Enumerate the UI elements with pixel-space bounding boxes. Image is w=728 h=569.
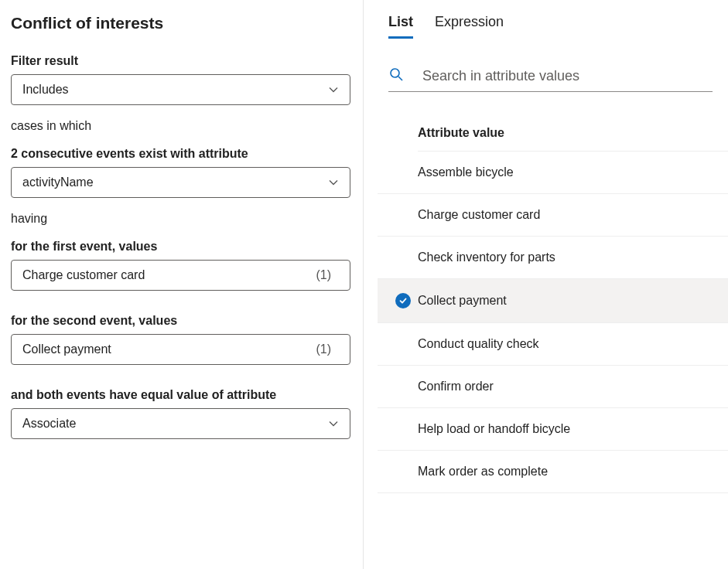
filter-result-value: Includes <box>22 83 69 97</box>
attribute-value: activityName <box>22 175 94 189</box>
svg-line-1 <box>398 77 402 80</box>
filter-panel: Conflict of interests Filter result Incl… <box>0 0 364 569</box>
second-event-value: Collect payment <box>22 342 111 356</box>
attribute-value-list: Assemble bicycleCharge customer cardChec… <box>364 152 728 493</box>
row-check-slot <box>388 293 418 308</box>
filter-result-label: Filter result <box>11 54 350 68</box>
tabs: List Expression <box>364 14 728 39</box>
first-event-count: (1) <box>316 268 331 281</box>
connector-cases-in-which: cases in which <box>11 119 350 133</box>
search-input[interactable] <box>422 68 713 84</box>
second-event-count: (1) <box>316 342 331 356</box>
chevron-down-icon <box>328 84 339 95</box>
first-event-value: Charge customer card <box>22 268 145 282</box>
attribute-value-label: Mark order as complete <box>418 465 548 479</box>
attribute-value-row[interactable]: Conduct quality check <box>378 323 728 366</box>
chevron-down-icon <box>328 177 339 188</box>
first-event-label: for the first event, values <box>11 240 350 254</box>
second-event-label: for the second event, values <box>11 314 350 328</box>
connector-having: having <box>11 212 350 226</box>
search-icon <box>388 66 422 85</box>
second-event-dropdown[interactable]: Collect payment (1) <box>11 334 350 365</box>
check-icon <box>395 293 411 308</box>
attribute-value-label: Assemble bicycle <box>418 165 514 179</box>
attribute-value-row[interactable]: Charge customer card <box>378 194 728 237</box>
attribute-value-row[interactable]: Check inventory for parts <box>378 237 728 279</box>
consecutive-label: 2 consecutive events exist with attribut… <box>11 147 350 161</box>
attribute-value-label: Check inventory for parts <box>418 250 555 264</box>
attribute-value-label: Help load or handoff bicycle <box>418 422 570 436</box>
values-panel: List Expression Attribute value Assemble… <box>364 0 728 569</box>
attribute-value-label: Conduct quality check <box>418 337 539 351</box>
attribute-value-row[interactable]: Help load or handoff bicycle <box>378 408 728 451</box>
both-events-dropdown[interactable]: Associate <box>11 408 350 439</box>
tab-list[interactable]: List <box>388 14 413 39</box>
page-title: Conflict of interests <box>11 14 350 32</box>
both-events-value: Associate <box>22 417 76 431</box>
attribute-value-row[interactable]: Confirm order <box>378 366 728 408</box>
attribute-value-header: Attribute value <box>418 126 728 152</box>
attribute-value-row[interactable]: Assemble bicycle <box>378 152 728 194</box>
attribute-value-label: Confirm order <box>418 380 494 394</box>
first-event-dropdown[interactable]: Charge customer card (1) <box>11 260 350 291</box>
attribute-dropdown[interactable]: activityName <box>11 167 350 198</box>
attribute-value-label: Collect payment <box>418 294 507 308</box>
attribute-value-row[interactable]: Collect payment <box>378 279 728 323</box>
chevron-down-icon <box>328 418 339 429</box>
tab-expression[interactable]: Expression <box>435 14 504 39</box>
search-row <box>388 66 713 92</box>
both-events-label: and both events have equal value of attr… <box>11 388 350 402</box>
attribute-value-label: Charge customer card <box>418 208 540 222</box>
svg-point-0 <box>391 69 399 77</box>
filter-result-dropdown[interactable]: Includes <box>11 74 350 105</box>
attribute-value-row[interactable]: Mark order as complete <box>378 451 728 493</box>
